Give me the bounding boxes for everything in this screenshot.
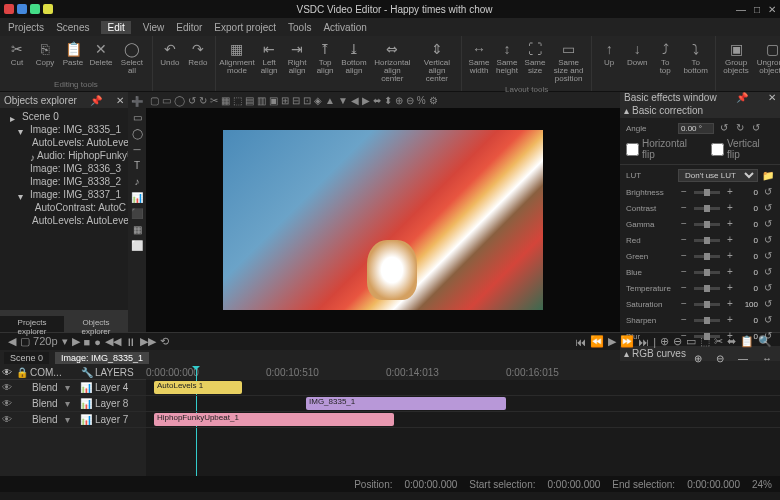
timeline-tab[interactable]: Scene 0 (4, 352, 49, 364)
tool-button[interactable]: ➕ (130, 94, 144, 108)
preview-tool[interactable]: ↻ (199, 95, 207, 106)
reset-icon[interactable]: ↺ (762, 266, 774, 278)
transport-button[interactable]: ▢ 720p (20, 335, 58, 348)
menu-tools[interactable]: Tools (288, 22, 311, 33)
inc-button[interactable]: + (724, 186, 736, 198)
tree-item[interactable]: ♪Audio: HiphopFunkyU (2, 149, 126, 162)
reset-icon[interactable]: ↺ (762, 250, 774, 262)
reset-icon[interactable]: ↺ (762, 282, 774, 294)
rotate-ccw-icon[interactable]: ↺ (718, 122, 730, 134)
track[interactable]: AutoLevels 1 (146, 380, 780, 396)
clip[interactable]: IMG_8335_1 (306, 397, 506, 410)
menu-edit[interactable]: Edit (101, 21, 130, 34)
preview-tool[interactable]: ⚙ (429, 95, 438, 106)
tree-item[interactable]: Image: IMG_8338_2 (2, 175, 126, 188)
dec-button[interactable]: − (678, 298, 690, 310)
layer-row[interactable]: 👁Blend▾📊Layer 4 (0, 380, 146, 396)
red-slider[interactable] (694, 239, 720, 242)
top-align-button[interactable]: ⤒Top align (312, 38, 338, 77)
preview-tool[interactable]: ▲ (325, 95, 335, 106)
preview-tool[interactable]: ⬍ (384, 95, 392, 106)
explorer-tab[interactable]: Projects explorer (0, 316, 64, 332)
same-size-button[interactable]: ⛶Same size (522, 38, 548, 77)
contrast-slider[interactable] (694, 207, 720, 210)
reset-icon[interactable]: ↺ (762, 218, 774, 230)
menu-activation[interactable]: Activation (323, 22, 366, 33)
preview-tool[interactable]: ⊞ (281, 95, 289, 106)
transport-button[interactable]: ■ (84, 336, 91, 348)
minimize-icon[interactable]: — (736, 4, 746, 15)
transport-button[interactable]: ⊕ (660, 335, 669, 348)
lut-select[interactable]: Don't use LUT (678, 169, 758, 182)
inc-button[interactable]: + (724, 314, 736, 326)
blue-slider[interactable] (694, 271, 720, 274)
redo-button[interactable]: ↷Redo (185, 38, 211, 69)
transport-button[interactable]: ⏩ (620, 335, 634, 348)
inc-button[interactable]: + (724, 250, 736, 262)
cut-button[interactable]: ✂Cut (4, 38, 30, 69)
undo-button[interactable]: ↶Undo (157, 38, 183, 69)
preview-tool[interactable]: ↺ (188, 95, 196, 106)
transport-button[interactable]: ▶ (72, 335, 80, 348)
vertical-align-center-button[interactable]: ⇕Vertical align center (417, 38, 457, 85)
tree-item[interactable]: ▸Scene 0 (2, 110, 126, 123)
close-icon[interactable]: ✕ (768, 4, 776, 15)
tool-button[interactable]: ◯ (130, 126, 144, 140)
ungroup-objects-button[interactable]: ▢Ungroup objects (754, 38, 780, 77)
tool-button[interactable]: ▦ (130, 222, 144, 236)
transport-button[interactable]: ⟲ (160, 335, 169, 348)
group-objects-button[interactable]: ▣Group objects (720, 38, 752, 77)
timeline-ruler[interactable]: 0:00:00:0000:00:10:5100:00:14:0130:00:16… (146, 366, 780, 380)
preview-tool[interactable]: ◈ (314, 95, 322, 106)
tool-button[interactable]: ♪ (130, 174, 144, 188)
reset-icon[interactable]: ↺ (762, 186, 774, 198)
layer-row[interactable]: 👁Blend▾📊Layer 8 (0, 396, 146, 412)
preview-tool[interactable]: ⬌ (373, 95, 381, 106)
right-align-button[interactable]: ⇥Right align (284, 38, 310, 77)
inc-button[interactable]: + (724, 202, 736, 214)
lut-folder-icon[interactable]: 📁 (762, 170, 774, 182)
delete-button[interactable]: ✕Delete (88, 38, 114, 69)
preview-tool[interactable]: ▤ (245, 95, 254, 106)
menu-export-project[interactable]: Export project (214, 22, 276, 33)
same-size-and-position-button[interactable]: ▭Same size and position (550, 38, 587, 85)
transport-button[interactable]: ⏮ (575, 336, 586, 348)
clip[interactable]: AutoLevels 1 (154, 381, 242, 394)
transport-button[interactable]: ⬌ (727, 335, 736, 348)
dec-button[interactable]: − (678, 266, 690, 278)
transport-button[interactable]: ⏸ (125, 336, 136, 348)
timeline-tab[interactable]: Image: IMG_8335_1 (55, 352, 149, 364)
tool-button[interactable]: ▭ (130, 110, 144, 124)
transport-button[interactable]: 📋 (740, 335, 754, 348)
preview-tool[interactable]: ▢ (150, 95, 159, 106)
preview-tool[interactable]: ▦ (221, 95, 230, 106)
paste-button[interactable]: 📋Paste (60, 38, 86, 69)
preview-tool[interactable]: % (417, 95, 426, 106)
blur-slider[interactable] (694, 335, 720, 338)
section-basic-correction[interactable]: ▴ Basic correction (620, 103, 780, 118)
green-slider[interactable] (694, 255, 720, 258)
preview-tool[interactable]: ⊕ (395, 95, 403, 106)
transport-button[interactable]: 🔍 (758, 335, 772, 348)
menu-editor[interactable]: Editor (176, 22, 202, 33)
reset-icon[interactable]: ↺ (762, 298, 774, 310)
inc-button[interactable]: + (724, 218, 736, 230)
dec-button[interactable]: − (678, 234, 690, 246)
preview-tool[interactable]: ◯ (174, 95, 185, 106)
vflip-checkbox[interactable]: Vertical flip (711, 138, 774, 160)
tool-button[interactable]: ⬛ (130, 206, 144, 220)
saturation-slider[interactable] (694, 303, 720, 306)
tool-button[interactable]: ─ (130, 142, 144, 156)
same-height-button[interactable]: ↕Same height (494, 38, 520, 77)
dec-button[interactable]: − (678, 218, 690, 230)
reset-icon[interactable]: ↺ (762, 314, 774, 326)
tool-button[interactable]: T (130, 158, 144, 172)
horizontal-align-center-button[interactable]: ⇔Horizontal align center (370, 38, 415, 85)
tree-item[interactable]: Image: IMG_8336_3 (2, 162, 126, 175)
clip[interactable]: HiphopFunkyUpbeat_1 (154, 413, 394, 426)
temperature-slider[interactable] (694, 287, 720, 290)
reset-icon[interactable]: ↺ (762, 234, 774, 246)
dec-button[interactable]: − (678, 282, 690, 294)
timeline-zoom[interactable]: ⊖ (712, 353, 728, 364)
transport-button[interactable]: ● (94, 336, 101, 348)
